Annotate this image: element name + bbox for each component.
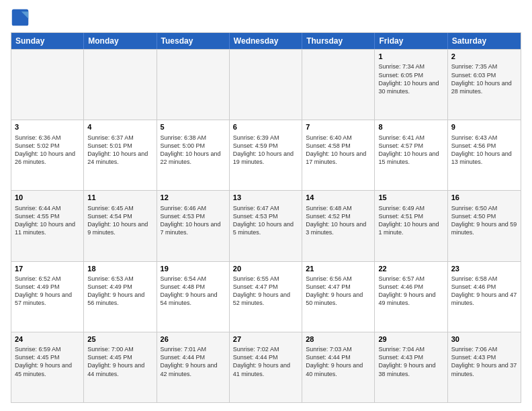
- cal-cell-r2-c0: 10Sunrise: 6:44 AM Sunset: 4:55 PM Dayli…: [11, 191, 84, 261]
- cell-info: Sunrise: 6:44 AM Sunset: 4:55 PM Dayligh…: [15, 204, 80, 237]
- day-number: 20: [233, 264, 298, 274]
- header-day-saturday: Saturday: [448, 33, 521, 49]
- header: [11, 8, 521, 27]
- day-number: 25: [87, 334, 152, 345]
- cal-cell-r0-c0: [11, 50, 84, 120]
- day-number: 5: [161, 122, 226, 132]
- cal-cell-r4-c6: 30Sunrise: 7:06 AM Sunset: 4:43 PM Dayli…: [448, 332, 521, 402]
- cal-cell-r2-c6: 16Sunrise: 6:50 AM Sunset: 4:50 PM Dayli…: [448, 191, 521, 261]
- cal-cell-r2-c4: 14Sunrise: 6:48 AM Sunset: 4:52 PM Dayli…: [302, 191, 375, 261]
- header-day-friday: Friday: [375, 33, 447, 49]
- calendar-body: 1Sunrise: 7:34 AM Sunset: 6:05 PM Daylig…: [11, 49, 521, 402]
- day-number: 8: [378, 122, 443, 132]
- cal-cell-r2-c3: 13Sunrise: 6:47 AM Sunset: 4:53 PM Dayli…: [230, 191, 302, 261]
- calendar-row-1: 3Sunrise: 6:36 AM Sunset: 5:02 PM Daylig…: [11, 120, 521, 190]
- cal-cell-r0-c5: 1Sunrise: 7:34 AM Sunset: 6:05 PM Daylig…: [375, 50, 447, 120]
- day-number: 15: [378, 193, 443, 203]
- cal-cell-r3-c5: 22Sunrise: 6:57 AM Sunset: 4:46 PM Dayli…: [375, 262, 447, 332]
- logo-icon: [11, 8, 30, 27]
- cell-info: Sunrise: 6:50 AM Sunset: 4:50 PM Dayligh…: [451, 204, 517, 237]
- day-number: 9: [451, 122, 517, 132]
- cal-cell-r0-c1: [84, 50, 157, 120]
- cal-cell-r1-c5: 8Sunrise: 6:41 AM Sunset: 4:57 PM Daylig…: [375, 120, 447, 190]
- day-number: 6: [233, 122, 298, 132]
- cal-cell-r3-c6: 23Sunrise: 6:58 AM Sunset: 4:46 PM Dayli…: [448, 262, 521, 332]
- day-number: 10: [15, 193, 80, 203]
- cell-info: Sunrise: 7:35 AM Sunset: 6:03 PM Dayligh…: [451, 62, 517, 95]
- cell-info: Sunrise: 7:04 AM Sunset: 4:43 PM Dayligh…: [378, 345, 443, 378]
- cal-cell-r3-c0: 17Sunrise: 6:52 AM Sunset: 4:49 PM Dayli…: [11, 262, 84, 332]
- cell-info: Sunrise: 6:45 AM Sunset: 4:54 PM Dayligh…: [87, 204, 152, 237]
- day-number: 7: [306, 122, 371, 132]
- day-number: 2: [451, 52, 517, 62]
- logo: [11, 8, 32, 27]
- cell-info: Sunrise: 6:57 AM Sunset: 4:46 PM Dayligh…: [378, 275, 443, 308]
- header-day-wednesday: Wednesday: [230, 33, 302, 49]
- cal-cell-r1-c6: 9Sunrise: 6:43 AM Sunset: 4:56 PM Daylig…: [448, 120, 521, 190]
- day-number: 24: [15, 334, 80, 345]
- cell-info: Sunrise: 6:36 AM Sunset: 5:02 PM Dayligh…: [15, 134, 80, 167]
- day-number: 29: [378, 334, 443, 345]
- calendar-row-0: 1Sunrise: 7:34 AM Sunset: 6:05 PM Daylig…: [11, 49, 521, 120]
- calendar-row-3: 17Sunrise: 6:52 AM Sunset: 4:49 PM Dayli…: [11, 261, 521, 332]
- cal-cell-r1-c0: 3Sunrise: 6:36 AM Sunset: 5:02 PM Daylig…: [11, 120, 84, 190]
- cell-info: Sunrise: 7:00 AM Sunset: 4:45 PM Dayligh…: [87, 345, 152, 378]
- cal-cell-r1-c3: 6Sunrise: 6:39 AM Sunset: 4:59 PM Daylig…: [230, 120, 302, 190]
- cell-info: Sunrise: 7:34 AM Sunset: 6:05 PM Dayligh…: [378, 62, 443, 95]
- header-day-tuesday: Tuesday: [157, 33, 230, 49]
- day-number: 16: [451, 193, 517, 203]
- cal-cell-r2-c5: 15Sunrise: 6:49 AM Sunset: 4:51 PM Dayli…: [375, 191, 447, 261]
- cell-info: Sunrise: 6:59 AM Sunset: 4:45 PM Dayligh…: [15, 345, 80, 378]
- cal-cell-r3-c1: 18Sunrise: 6:53 AM Sunset: 4:49 PM Dayli…: [84, 262, 157, 332]
- day-number: 27: [233, 334, 298, 345]
- calendar-row-4: 24Sunrise: 6:59 AM Sunset: 4:45 PM Dayli…: [11, 332, 521, 402]
- cell-info: Sunrise: 6:38 AM Sunset: 5:00 PM Dayligh…: [161, 134, 226, 167]
- day-number: 21: [306, 264, 371, 274]
- cell-info: Sunrise: 6:40 AM Sunset: 4:58 PM Dayligh…: [306, 134, 371, 167]
- cal-cell-r0-c2: [157, 50, 230, 120]
- day-number: 19: [161, 264, 226, 274]
- cal-cell-r4-c3: 27Sunrise: 7:02 AM Sunset: 4:44 PM Dayli…: [230, 332, 302, 402]
- page: SundayMondayTuesdayWednesdayThursdayFrid…: [0, 0, 532, 411]
- cell-info: Sunrise: 6:46 AM Sunset: 4:53 PM Dayligh…: [161, 204, 226, 237]
- cell-info: Sunrise: 6:52 AM Sunset: 4:49 PM Dayligh…: [15, 275, 80, 308]
- cal-cell-r0-c6: 2Sunrise: 7:35 AM Sunset: 6:03 PM Daylig…: [448, 50, 521, 120]
- cal-cell-r1-c4: 7Sunrise: 6:40 AM Sunset: 4:58 PM Daylig…: [302, 120, 375, 190]
- day-number: 14: [306, 193, 371, 203]
- cell-info: Sunrise: 6:39 AM Sunset: 4:59 PM Dayligh…: [233, 134, 298, 167]
- cal-cell-r4-c4: 28Sunrise: 7:03 AM Sunset: 4:44 PM Dayli…: [302, 332, 375, 402]
- day-number: 26: [161, 334, 226, 345]
- day-number: 23: [451, 264, 517, 274]
- day-number: 13: [233, 193, 298, 203]
- day-number: 4: [87, 122, 152, 132]
- cal-cell-r1-c2: 5Sunrise: 6:38 AM Sunset: 5:00 PM Daylig…: [157, 120, 230, 190]
- cal-cell-r3-c3: 20Sunrise: 6:55 AM Sunset: 4:47 PM Dayli…: [230, 262, 302, 332]
- cell-info: Sunrise: 6:58 AM Sunset: 4:46 PM Dayligh…: [451, 275, 517, 308]
- calendar: SundayMondayTuesdayWednesdayThursdayFrid…: [11, 32, 521, 403]
- day-number: 11: [87, 193, 152, 203]
- day-number: 17: [15, 264, 80, 274]
- cal-cell-r3-c2: 19Sunrise: 6:54 AM Sunset: 4:48 PM Dayli…: [157, 262, 230, 332]
- cal-cell-r2-c2: 12Sunrise: 6:46 AM Sunset: 4:53 PM Dayli…: [157, 191, 230, 261]
- cell-info: Sunrise: 7:01 AM Sunset: 4:44 PM Dayligh…: [161, 345, 226, 378]
- cal-cell-r4-c2: 26Sunrise: 7:01 AM Sunset: 4:44 PM Dayli…: [157, 332, 230, 402]
- cal-cell-r1-c1: 4Sunrise: 6:37 AM Sunset: 5:01 PM Daylig…: [84, 120, 157, 190]
- day-number: 12: [161, 193, 226, 203]
- cell-info: Sunrise: 6:48 AM Sunset: 4:52 PM Dayligh…: [306, 204, 371, 237]
- day-number: 30: [451, 334, 517, 345]
- cal-cell-r0-c3: [230, 50, 302, 120]
- calendar-row-2: 10Sunrise: 6:44 AM Sunset: 4:55 PM Dayli…: [11, 190, 521, 261]
- header-day-monday: Monday: [84, 33, 157, 49]
- day-number: 18: [87, 264, 152, 274]
- calendar-header: SundayMondayTuesdayWednesdayThursdayFrid…: [11, 33, 521, 49]
- cal-cell-r4-c0: 24Sunrise: 6:59 AM Sunset: 4:45 PM Dayli…: [11, 332, 84, 402]
- header-day-sunday: Sunday: [11, 33, 84, 49]
- cell-info: Sunrise: 6:43 AM Sunset: 4:56 PM Dayligh…: [451, 134, 517, 167]
- day-number: 22: [378, 264, 443, 274]
- cell-info: Sunrise: 6:54 AM Sunset: 4:48 PM Dayligh…: [161, 275, 226, 308]
- cell-info: Sunrise: 6:47 AM Sunset: 4:53 PM Dayligh…: [233, 204, 298, 237]
- cal-cell-r4-c1: 25Sunrise: 7:00 AM Sunset: 4:45 PM Dayli…: [84, 332, 157, 402]
- day-number: 3: [15, 122, 80, 132]
- cell-info: Sunrise: 7:02 AM Sunset: 4:44 PM Dayligh…: [233, 345, 298, 378]
- day-number: 1: [378, 52, 443, 62]
